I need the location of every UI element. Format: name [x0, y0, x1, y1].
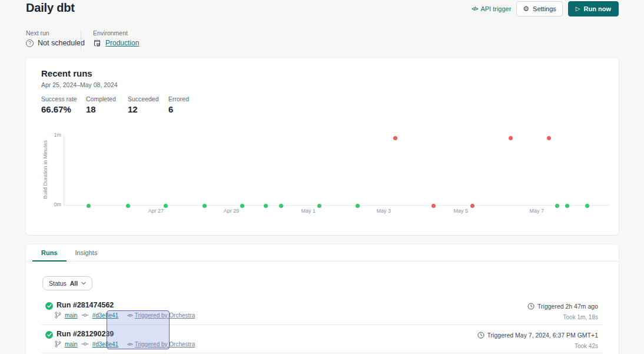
- status-filter-value: All: [70, 280, 78, 287]
- run-dot-success[interactable]: [356, 204, 360, 208]
- triggered-by-link[interactable]: Triggered by Orchestra: [135, 341, 195, 348]
- run-subrow: main #d3e8e41 </> Triggered by Orchestra: [55, 312, 195, 319]
- run-dot-error[interactable]: [393, 136, 397, 140]
- chart-y-axis-title: Build Duration in Minutes: [42, 137, 48, 202]
- tab-bar: Runs Insights: [26, 244, 619, 262]
- next-run-value: ? Not scheduled: [26, 39, 85, 47]
- status-filter-dropdown[interactable]: Status All: [42, 276, 92, 290]
- run-dot-error[interactable]: [547, 136, 551, 140]
- run-dot-error[interactable]: [431, 204, 436, 208]
- check-icon: [47, 333, 52, 337]
- chart-ytick-0m: 0m: [47, 201, 61, 207]
- run-dot-success[interactable]: [264, 204, 268, 208]
- run-now-label: Run now: [584, 5, 611, 12]
- gear-icon: ⚙: [523, 5, 529, 12]
- api-trigger-label: API trigger: [480, 5, 511, 12]
- next-run-label: Next run: [26, 29, 49, 37]
- run-took: Took 42s: [575, 343, 598, 349]
- stat-value: 6: [168, 104, 189, 114]
- recent-runs-date-range: Apr 25, 2024–May 08, 2024: [41, 81, 118, 88]
- run-success-icon: [45, 331, 53, 339]
- run-dot-success[interactable]: [203, 204, 207, 208]
- git-commit-icon: [81, 342, 89, 346]
- page-title: Daily dbt: [26, 1, 75, 15]
- api-trigger-link[interactable]: </> API trigger: [472, 5, 511, 12]
- header-actions: </> API trigger ⚙ Settings ▷ Run now: [472, 1, 619, 16]
- commit-link[interactable]: #d3e8e41: [92, 312, 119, 319]
- environment-link[interactable]: Production: [105, 39, 139, 47]
- run-title[interactable]: Run #281290239: [57, 330, 114, 338]
- environment-label: Environment: [93, 29, 128, 37]
- stat-value: 12: [128, 104, 159, 114]
- help-icon: ?: [26, 39, 34, 47]
- run-triggered-time: Triggered May 7, 2024, 6:37 PM GMT+1: [477, 332, 598, 339]
- stat-completed: Completed 18: [86, 95, 116, 114]
- row-divider: [41, 353, 603, 353]
- trigger-source: </> Triggered by Orchestra: [127, 312, 195, 319]
- run-title[interactable]: Run #281474562: [57, 301, 114, 309]
- clock-icon: [527, 303, 535, 310]
- git-branch-icon: [55, 312, 61, 319]
- status-filter-label: Status: [49, 280, 67, 287]
- row-divider: [41, 325, 603, 325]
- stat-success-rate: Success rate 66.67%: [41, 95, 77, 114]
- stat-value: 66.67%: [41, 104, 77, 114]
- commit-link[interactable]: #d3e8e41: [92, 341, 119, 348]
- code-icon: </>: [472, 6, 477, 12]
- run-dot-success[interactable]: [240, 204, 244, 208]
- run-dot-success[interactable]: [164, 204, 168, 208]
- triggered-text: Triggered 2h 47m ago: [537, 303, 598, 310]
- run-took: Took 1m, 18s: [563, 314, 598, 320]
- stat-label: Succeeded: [128, 95, 159, 102]
- database-icon: [93, 39, 101, 47]
- trigger-source: </> Triggered by Orchestra: [127, 341, 195, 348]
- settings-label: Settings: [533, 5, 556, 12]
- triggered-text: Triggered May 7, 2024, 6:37 PM GMT+1: [487, 332, 598, 339]
- next-run-text: Not scheduled: [38, 39, 85, 47]
- run-dot-success[interactable]: [585, 204, 589, 208]
- run-dot-error[interactable]: [470, 204, 474, 208]
- settings-button[interactable]: ⚙ Settings: [516, 1, 563, 16]
- stat-label: Errored: [168, 95, 189, 102]
- run-dot-success[interactable]: [126, 204, 130, 208]
- run-success-icon: [45, 302, 53, 310]
- run-dot-error[interactable]: [509, 136, 513, 140]
- chart-ytick-1m: 1m: [47, 132, 61, 138]
- run-dot-success[interactable]: [555, 204, 559, 208]
- triggered-by-link[interactable]: Triggered by Orchestra: [135, 312, 195, 319]
- environment-value: Production: [93, 39, 139, 47]
- stat-errored: Errored 6: [168, 95, 189, 114]
- stat-value: 18: [86, 104, 116, 114]
- code-icon: </>: [127, 313, 132, 318]
- chart-xtick: May 7: [529, 208, 544, 214]
- tab-insights[interactable]: Insights: [67, 244, 107, 261]
- clock-icon: [477, 332, 484, 339]
- branch-link[interactable]: main: [65, 341, 78, 348]
- chevron-down-icon: [81, 282, 86, 285]
- run-subrow: main #d3e8e41 </> Triggered by Orchestra: [55, 340, 195, 348]
- tab-runs[interactable]: Runs: [32, 244, 67, 261]
- chart-xtick: Apr 29: [224, 208, 240, 214]
- git-commit-icon: [81, 313, 89, 317]
- run-dot-success[interactable]: [279, 204, 283, 208]
- run-dot-success[interactable]: [87, 204, 91, 208]
- job-page: Daily dbt </> API trigger ⚙ Settings ▷ R…: [0, 0, 644, 354]
- chart-xtick: May 5: [453, 208, 468, 214]
- git-branch-icon: [55, 340, 61, 348]
- stat-label: Completed: [86, 95, 116, 102]
- run-dot-success[interactable]: [317, 204, 321, 208]
- chart-xtick: May 3: [377, 208, 391, 214]
- check-icon: [47, 304, 52, 308]
- recent-runs-card: Recent runs Apr 25, 2024–May 08, 2024 Su…: [26, 58, 619, 235]
- run-dot-success[interactable]: [565, 204, 569, 208]
- chart-xtick: Apr 27: [148, 208, 164, 214]
- play-icon: ▷: [576, 6, 580, 12]
- run-now-button[interactable]: ▷ Run now: [568, 1, 619, 16]
- code-icon: </>: [127, 342, 132, 347]
- chart-plot: Apr 27Apr 29May 1May 3May 5May 7: [64, 135, 610, 206]
- run-triggered-time: Triggered 2h 47m ago: [527, 303, 598, 310]
- stat-label: Success rate: [41, 95, 77, 102]
- stat-succeeded: Succeeded 12: [128, 95, 159, 114]
- runs-card: Runs Insights Status All Run #281474562: [26, 244, 619, 354]
- branch-link[interactable]: main: [65, 312, 78, 319]
